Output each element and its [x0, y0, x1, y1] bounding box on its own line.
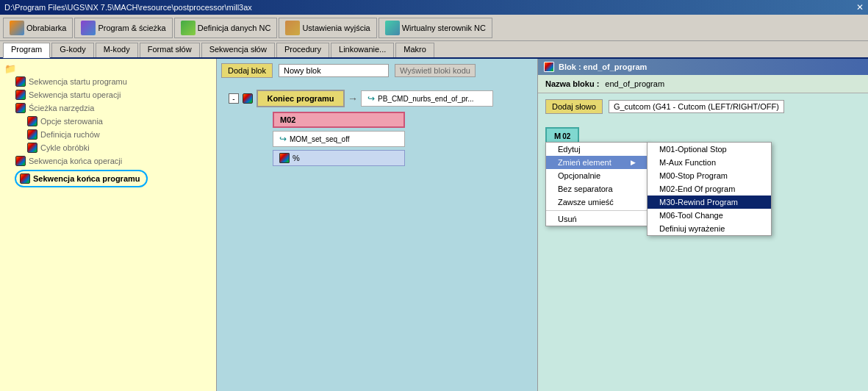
- block-name-label: Nazwa bloku :: [545, 79, 599, 88]
- m02-letter: M: [554, 132, 561, 140]
- cmd-icon-2: ↪: [279, 134, 287, 144]
- m02-display-area: M 02 Edytuj Zmień element ▶ Opcjonalnie …: [538, 120, 868, 152]
- tree-label-5: Cykle obróbki: [40, 143, 90, 152]
- submenu: M01-Optional Stop M-Aux Function M00-Sto…: [647, 142, 772, 236]
- tree-label-2: Ścieżka narzędzia: [29, 104, 94, 112]
- main-content: 📁 Sekwencja startu programu Sekwencja st…: [0, 59, 868, 391]
- tab-makro[interactable]: Makro: [395, 43, 434, 57]
- close-button[interactable]: ✕: [856, 2, 864, 12]
- tree-item-7-selected[interactable]: Sekwencja końca programu: [3, 169, 213, 188]
- path-icon: [81, 21, 96, 35]
- nc-icon: [181, 21, 196, 35]
- title-bar: D:\Program Files\UGS\NX 7.5\MACH\resourc…: [0, 0, 868, 15]
- toolbar-program[interactable]: Program & ścieżka: [74, 18, 172, 38]
- m02-block[interactable]: M02: [273, 112, 405, 128]
- toolbar-definicja-label: Definicja danych NC: [198, 24, 271, 32]
- context-menu-usun[interactable]: Usuń: [546, 212, 648, 226]
- tab-format-slow[interactable]: Format słów: [140, 43, 200, 57]
- tree-label-0: Sekwencja startu programu: [29, 77, 127, 86]
- context-menu-zmien-element[interactable]: Zmień element ▶: [546, 156, 648, 169]
- flow-row-1: M02: [273, 112, 526, 128]
- block-name-row: Nazwa bloku : end_of_program: [538, 75, 868, 93]
- arrow-right-0: →: [348, 93, 358, 104]
- context-menu-bez-separatora[interactable]: Bez separatora: [546, 182, 648, 196]
- context-menu-edytuj[interactable]: Edytuj: [546, 143, 648, 156]
- context-menu-zawsze-umiesc[interactable]: Zawsze umieść: [546, 196, 648, 209]
- expand-button[interactable]: -: [229, 93, 239, 104]
- right-title-text: Blok : end_of_program: [559, 62, 647, 71]
- cube-icon-7: [19, 173, 31, 184]
- cube-icon-2: [15, 102, 26, 114]
- toolbar-program-label: Program & ścieżka: [98, 24, 165, 32]
- context-menu-divider: [546, 210, 648, 211]
- tree-item-3[interactable]: Opcje sterowania: [3, 115, 213, 128]
- context-menu-opcjonalnie[interactable]: Opcjonalnie: [546, 169, 648, 182]
- machine-icon: [10, 21, 24, 35]
- main-toolbar: Obrabiarka Program & ścieżka Definicja d…: [0, 15, 868, 41]
- tree-label-4: Definicja ruchów: [40, 130, 100, 139]
- output-icon: [285, 21, 300, 35]
- tree-label-7: Sekwencja końca programu: [33, 174, 140, 183]
- tree-root: 📁: [3, 62, 213, 75]
- submenu-item-3[interactable]: M02-End Of program: [648, 182, 771, 196]
- toolbar-ustawienia[interactable]: Ustawienia wyjścia: [279, 18, 376, 38]
- tree-item-0[interactable]: Sekwencja startu programu: [3, 75, 213, 88]
- title-text: D:\Program Files\UGS\NX 7.5\MACH\resourc…: [4, 3, 252, 12]
- right-panel: Blok : end_of_program Nazwa bloku : end_…: [537, 59, 868, 391]
- submenu-item-2[interactable]: M00-Stop Program: [648, 169, 771, 182]
- submenu-arrow: ▶: [631, 159, 636, 166]
- percent-block[interactable]: %: [273, 150, 405, 166]
- tree-label-3: Opcje sterowania: [40, 117, 103, 126]
- virtual-icon: [385, 21, 400, 35]
- folder-icon: 📁: [4, 62, 16, 74]
- right-title-icon: [544, 62, 554, 72]
- cube-icon-1: [15, 89, 26, 101]
- word-display: G_cutcom (G41 - Cutcom (LEFT/RIGHT/OFF): [609, 100, 784, 113]
- tab-bar: Program G-kody M-kody Format słów Sekwen…: [0, 41, 868, 59]
- tree-label-6: Sekwencja końca operacji: [29, 157, 122, 165]
- cmd-block-2[interactable]: ↪ MOM_set_seq_off: [273, 131, 405, 147]
- cmd-block-0[interactable]: ↪ PB_CMD_nurbs_end_of_pr...: [361, 90, 493, 107]
- toolbar-definicja[interactable]: Definicja danych NC: [174, 18, 278, 38]
- tab-procedury[interactable]: Procedury: [276, 43, 329, 57]
- tab-program[interactable]: Program: [3, 43, 50, 58]
- cmd-icon-0: ↪: [367, 93, 375, 104]
- m02-text: M02: [280, 115, 295, 124]
- percent-text: %: [293, 154, 300, 162]
- toolbar-ustawienia-label: Ustawienia wyjścia: [302, 24, 370, 32]
- left-panel: 📁 Sekwencja startu programu Sekwencja st…: [0, 59, 217, 391]
- right-title-bar: Blok : end_of_program: [538, 59, 868, 75]
- tree-item-4[interactable]: Definicja ruchów: [3, 128, 213, 141]
- new-block-input[interactable]: [279, 64, 389, 77]
- submenu-item-6[interactable]: Definiuj wyrażenie: [648, 222, 771, 235]
- flow-row-2: ↪ MOM_set_seq_off: [273, 131, 526, 147]
- tab-sekwencja-slow[interactable]: Sekwencja słów: [201, 43, 275, 57]
- block-name-value: end_of_program: [605, 79, 664, 88]
- cube-icon-5: [26, 142, 38, 154]
- percent-block-icon: [279, 153, 290, 163]
- cube-icon-3: [26, 115, 38, 127]
- flow-start: - Koniec programu → ↪ PB_CMD_nurbs_end_o…: [229, 90, 526, 107]
- cube-icon-0: [15, 76, 26, 87]
- submenu-item-1[interactable]: M-Aux Function: [648, 156, 771, 169]
- tree-item-5[interactable]: Cykle obróbki: [3, 141, 213, 154]
- tab-mkody[interactable]: M-kody: [96, 43, 138, 57]
- program-block[interactable]: Koniec programu: [257, 90, 345, 107]
- submenu-item-0[interactable]: M01-Optional Stop: [648, 143, 771, 156]
- show-blocks-button[interactable]: Wyświetl bloki kodu: [395, 64, 476, 77]
- toolbar-obrabiarka[interactable]: Obrabiarka: [3, 18, 73, 38]
- submenu-item-5[interactable]: M06-Tool Change: [648, 209, 771, 222]
- tab-gkody[interactable]: G-kody: [51, 43, 93, 57]
- cmd-text-0: PB_CMD_nurbs_end_of_pr...: [378, 95, 474, 103]
- toolbar-wirtualny[interactable]: Wirtualny sterownik NC: [379, 18, 492, 38]
- flow-area: - Koniec programu → ↪ PB_CMD_nurbs_end_o…: [221, 82, 533, 176]
- center-top-bar: Dodaj blok Wyświetl bloki kodu: [221, 63, 533, 78]
- add-block-button[interactable]: Dodaj blok: [221, 63, 273, 78]
- tree-item-1[interactable]: Sekwencja startu operacji: [3, 88, 213, 101]
- tab-linkowanie[interactable]: Linkowanie...: [331, 43, 394, 57]
- submenu-item-4[interactable]: M30-Rewind Program: [648, 196, 771, 209]
- tree-item-2[interactable]: Ścieżka narzędzia: [3, 101, 213, 115]
- cube-icon-4: [26, 129, 38, 140]
- add-word-button[interactable]: Dodaj słowo: [545, 99, 603, 114]
- tree-item-6[interactable]: Sekwencja końca operacji: [3, 154, 213, 168]
